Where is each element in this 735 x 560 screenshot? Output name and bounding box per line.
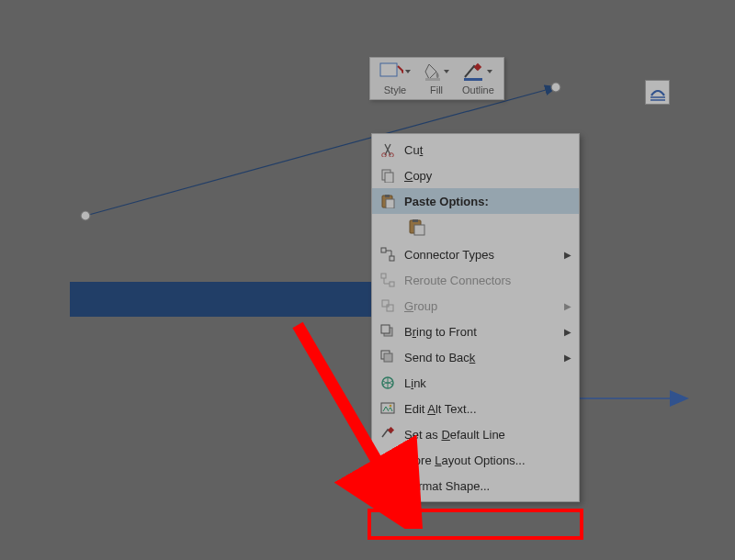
- menu-copy[interactable]: Copy: [372, 162, 579, 188]
- svg-point-1: [81, 211, 90, 220]
- paste-picture-button[interactable]: [405, 216, 429, 240]
- menu-group: Group ▶: [372, 293, 579, 319]
- right-arrow-shape[interactable]: [565, 389, 703, 408]
- fill-label: Fill: [430, 84, 443, 95]
- chevron-down-icon: [487, 70, 492, 73]
- svg-rect-21: [414, 225, 424, 235]
- svg-rect-8: [464, 78, 482, 81]
- svg-rect-22: [381, 248, 386, 252]
- connector-types-icon: [378, 244, 398, 264]
- submenu-arrow-icon: ▶: [564, 250, 571, 260]
- paste-icon: [378, 191, 398, 211]
- style-icon: [379, 62, 403, 81]
- svg-rect-25: [390, 282, 394, 286]
- annotation-red-arrow: [287, 316, 452, 529]
- fill-icon: [424, 62, 442, 81]
- svg-rect-7: [474, 63, 481, 71]
- outline-label: Outline: [462, 84, 494, 95]
- outline-dropdown[interactable]: Outline: [462, 62, 494, 95]
- svg-rect-27: [387, 305, 393, 311]
- mini-toolbar: Style Fill Outline: [369, 57, 504, 100]
- copy-icon: [378, 165, 398, 185]
- svg-line-43: [298, 325, 402, 505]
- svg-rect-17: [385, 195, 390, 197]
- cut-icon: [378, 140, 398, 160]
- svg-rect-23: [390, 256, 394, 261]
- menu-cut[interactable]: Cut: [372, 137, 579, 162]
- menu-connector-types-label: Connector Types: [404, 248, 558, 262]
- group-icon: [378, 296, 398, 316]
- svg-rect-15: [385, 173, 393, 183]
- menu-copy-label: Copy: [404, 169, 571, 183]
- svg-rect-3: [380, 63, 397, 76]
- submenu-arrow-icon: ▶: [564, 301, 571, 311]
- menu-cut-label: Cut: [404, 143, 571, 157]
- submenu-arrow-icon: ▶: [564, 353, 571, 363]
- menu-reroute-label: Reroute Connectors: [404, 274, 571, 287]
- reroute-icon: [378, 270, 398, 290]
- menu-reroute-connectors: Reroute Connectors: [372, 267, 579, 293]
- svg-rect-24: [381, 274, 386, 278]
- layout-options-button[interactable]: [645, 80, 670, 105]
- svg-rect-18: [386, 199, 394, 208]
- paste-picture-icon: [409, 219, 425, 236]
- chevron-down-icon: [444, 70, 449, 73]
- text-wrap-icon: [649, 84, 667, 101]
- style-label: Style: [384, 84, 406, 95]
- menu-paste-options-header: Paste Options:: [372, 188, 579, 214]
- outline-icon: [463, 62, 485, 81]
- paste-options-row: [372, 214, 579, 241]
- blue-rectangle-shape[interactable]: [70, 282, 382, 317]
- menu-paste-options-label: Paste Options:: [404, 195, 571, 208]
- menu-group-label: Group: [404, 299, 558, 313]
- style-dropdown[interactable]: Style: [379, 62, 411, 95]
- svg-rect-20: [413, 219, 418, 222]
- chevron-down-icon: [405, 70, 411, 73]
- menu-connector-types[interactable]: Connector Types ▶: [372, 241, 579, 267]
- fill-dropdown[interactable]: Fill: [424, 62, 449, 95]
- svg-rect-6: [425, 78, 440, 81]
- submenu-arrow-icon: ▶: [564, 327, 571, 337]
- svg-point-2: [551, 83, 560, 92]
- svg-rect-26: [382, 300, 389, 307]
